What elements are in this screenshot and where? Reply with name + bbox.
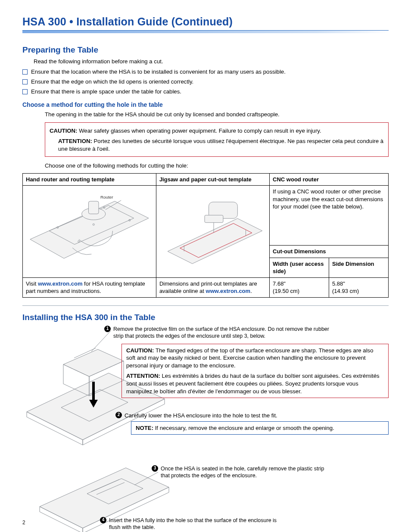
document-title: HSA 300 • Installation Guide (Continued) bbox=[22, 15, 389, 29]
cnc-text-cell: If using a CNC wood router or other prec… bbox=[270, 186, 389, 246]
jigsaw-illustration-cell bbox=[156, 186, 269, 278]
svg-rect-13 bbox=[205, 215, 223, 223]
note-text: If necessary, remove the enclosure and e… bbox=[153, 425, 334, 431]
step-1: 1 Remove the protective film on the surf… bbox=[104, 326, 337, 340]
checkbox-icon bbox=[22, 89, 28, 94]
extron-link[interactable]: www.extron.com bbox=[206, 288, 251, 294]
section-divider bbox=[22, 305, 389, 306]
step-3-text: Once the HSA is seated in the hole, care… bbox=[161, 465, 333, 480]
table-header: Hand router and routing template bbox=[23, 173, 156, 186]
dim-post: . bbox=[250, 288, 252, 294]
cutout-dim-header: Cut-out Dimensions bbox=[270, 246, 389, 258]
caution-box-2: CAUTION: The flanged edges of the top of… bbox=[121, 344, 389, 398]
svg-marker-10 bbox=[168, 218, 262, 264]
checklist-item: Ensure that the location where the HSA i… bbox=[22, 68, 389, 76]
router-illustration-cell: Router bbox=[23, 186, 156, 278]
checklist-text: Ensure that the location where the HSA i… bbox=[31, 68, 286, 76]
step-3: 3 Once the HSA is seated in the hole, ca… bbox=[152, 465, 333, 480]
step-number-icon: 3 bbox=[152, 465, 158, 472]
side-value-cell: 5.88" (14.93 cm) bbox=[329, 277, 389, 297]
attention-label: ATTENTION: bbox=[58, 138, 92, 144]
caution-label: CAUTION: bbox=[50, 128, 77, 134]
choose-text: Choose one of the following methods for … bbox=[45, 162, 389, 170]
visit-pre: Visit bbox=[26, 280, 38, 287]
checklist-item: Ensure that there is ample space under t… bbox=[22, 88, 389, 96]
checkbox-icon bbox=[22, 69, 28, 75]
router-illustration: Router bbox=[26, 188, 153, 270]
subheading-choose-method: Choose a method for cutting the hole in … bbox=[22, 101, 389, 109]
caution-row: CAUTION: Wear safety glasses when operat… bbox=[50, 127, 384, 135]
preparing-intro: Read the following information before ma… bbox=[34, 58, 389, 65]
step-4-text: Insert the HSA fully into the hole so th… bbox=[109, 517, 281, 532]
svg-rect-8 bbox=[88, 201, 99, 214]
caution-label: CAUTION: bbox=[126, 347, 154, 354]
side-value: 5.88" bbox=[332, 280, 345, 287]
attention-text: Portez des lunettes de sécurité lorsque … bbox=[58, 138, 383, 152]
attention-row: ATTENTION: Les extrémités à brides du ha… bbox=[126, 372, 384, 395]
step-2: 2 Carefully lower the HSA enclosure into… bbox=[115, 412, 374, 420]
checklist-text: Ensure that the edge on which the lid op… bbox=[31, 78, 193, 86]
attention-row: ATTENTION: Portez des lunettes de sécuri… bbox=[50, 137, 384, 153]
install-area: 1 Remove the protective film on the surf… bbox=[22, 326, 389, 532]
checklist-item: Ensure that the edge on which the lid op… bbox=[22, 78, 389, 86]
step-1-text: Remove the protective film on the surfac… bbox=[113, 326, 337, 340]
step-number-icon: 2 bbox=[115, 412, 122, 418]
step-2-text: Carefully lower the HSA enclosure into t… bbox=[125, 412, 277, 420]
caution-row: CAUTION: The flanged edges of the top of… bbox=[126, 347, 384, 370]
caution-text: The flanged edges of the top of the surf… bbox=[126, 347, 374, 369]
checklist-text: Ensure that there is ample space under t… bbox=[31, 88, 181, 96]
attention-label: ATTENTION: bbox=[126, 373, 160, 379]
table-header: CNC wood router bbox=[270, 173, 389, 186]
step-4: 4 Insert the HSA fully into the hole so … bbox=[100, 517, 281, 532]
width-value: 7.68" bbox=[273, 280, 286, 287]
note-label: NOTE: bbox=[136, 425, 153, 431]
title-rule bbox=[22, 30, 389, 33]
methods-table: Hand router and routing template Jigsaw … bbox=[22, 173, 389, 298]
caution-text: Wear safety glasses when operating power… bbox=[77, 128, 321, 134]
attention-text: Les extrémités à brides du haut de la su… bbox=[126, 373, 380, 395]
section-installing-heading: Installing the HSA 300 in the Table bbox=[22, 312, 389, 323]
step-number-icon: 1 bbox=[104, 326, 111, 332]
dim-cell: Dimensions and print-out templates are a… bbox=[156, 277, 269, 297]
width-cm: (19.50 cm) bbox=[273, 288, 299, 294]
step-number-icon: 4 bbox=[100, 517, 106, 523]
side-cm: (14.93 cm) bbox=[332, 288, 359, 294]
side-header: Side Dimension bbox=[329, 258, 389, 277]
width-value-cell: 7.68" (19.50 cm) bbox=[270, 277, 329, 297]
section-preparing-heading: Preparing the Table bbox=[22, 44, 389, 56]
svg-marker-21 bbox=[63, 349, 124, 376]
note-box: NOTE: If necessary, remove the enclosure… bbox=[131, 421, 389, 435]
router-label: Router bbox=[100, 195, 113, 199]
table-header: Jigsaw and paper cut-out template bbox=[156, 173, 269, 186]
width-header: Width (user access side) bbox=[270, 258, 329, 277]
sub-intro: The opening in the table for the HSA sho… bbox=[45, 111, 389, 118]
jigsaw-illustration bbox=[159, 188, 266, 270]
checkbox-icon bbox=[22, 79, 28, 84]
extron-link[interactable]: www.extron.com bbox=[38, 280, 83, 287]
caution-box: CAUTION: Wear safety glasses when operat… bbox=[45, 122, 389, 156]
page-number: 2 bbox=[22, 519, 25, 526]
checklist: Ensure that the location where the HSA i… bbox=[22, 68, 389, 95]
visit-cell: Visit www.extron.com for HSA routing tem… bbox=[23, 277, 156, 297]
